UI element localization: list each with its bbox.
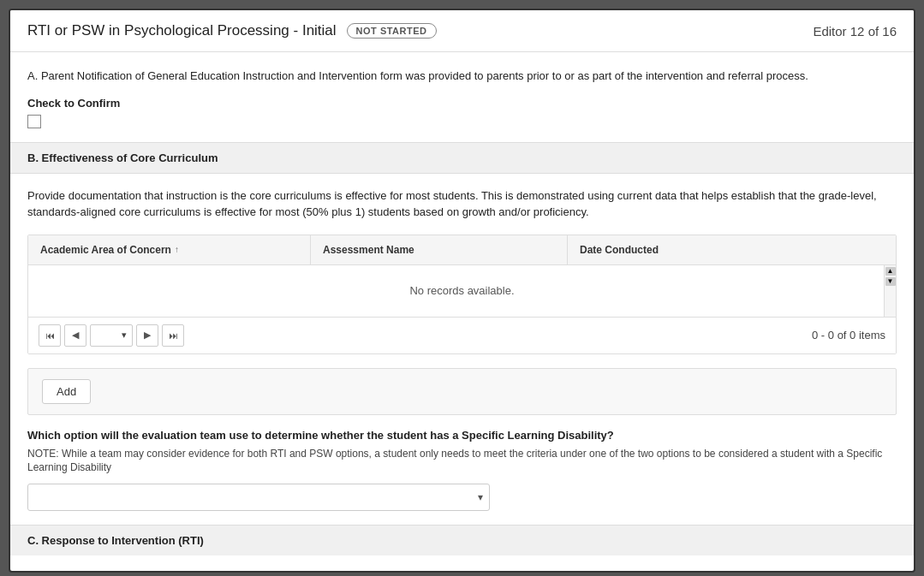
col-academic-area-label: Academic Area of Concern <box>40 244 171 256</box>
question-section: Which option will the evaluation team us… <box>27 429 897 512</box>
section-b-header: B. Effectiveness of Core Curriculum <box>10 142 914 174</box>
table-footer: ⏮ ◀ ▾ ▶ ⏭ 0 - 0 of 0 items <box>28 317 896 353</box>
section-b-content: Provide documentation that instruction i… <box>27 174 897 556</box>
table-header: Academic Area of Concern ↑ Assessment Na… <box>28 235 896 265</box>
section-b-description: Provide documentation that instruction i… <box>27 187 897 221</box>
question-text: Which option will the evaluation team us… <box>27 429 897 442</box>
header-left: RTI or PSW in Psychological Processing -… <box>27 22 437 39</box>
last-page-btn[interactable]: ⏭ <box>162 324 184 347</box>
check-confirm-row <box>27 115 897 128</box>
table-body: No records available. ▲ ▼ <box>28 265 896 317</box>
col-date-conducted-label: Date Conducted <box>580 244 659 256</box>
status-badge: NOT STARTED <box>347 23 437 39</box>
page-title: RTI or PSW in Psychological Processing -… <box>27 22 337 39</box>
table-scrollbar[interactable]: ▲ ▼ <box>884 265 896 317</box>
no-records-message: No records available. <box>28 265 896 317</box>
next-page-btn[interactable]: ▶ <box>136 324 158 347</box>
scroll-down-btn[interactable]: ▼ <box>885 277 896 286</box>
page-select-btn[interactable]: ▾ <box>90 324 133 347</box>
sort-icon[interactable]: ↑ <box>175 245 179 254</box>
add-button[interactable]: Add <box>42 379 91 404</box>
confirm-checkbox[interactable] <box>27 115 41 128</box>
col-assessment-name-label: Assessment Name <box>323 244 414 256</box>
scroll-up-btn[interactable]: ▲ <box>885 267 896 276</box>
section-a-text: A. Parent Notification of General Educat… <box>27 68 897 85</box>
main-content: A. Parent Notification of General Educat… <box>10 52 914 571</box>
editor-info: Editor 12 of 16 <box>813 24 897 39</box>
option-select[interactable] <box>27 484 490 511</box>
check-to-confirm-label: Check to Confirm <box>27 97 897 110</box>
add-section: Add <box>27 368 897 415</box>
prev-page-btn[interactable]: ◀ <box>64 324 86 347</box>
col-assessment-name: Assessment Name <box>311 235 568 264</box>
question-note: NOTE: While a team may consider evidence… <box>27 447 897 476</box>
effectiveness-table: Academic Area of Concern ↑ Assessment Na… <box>27 235 897 354</box>
first-page-btn[interactable]: ⏮ <box>39 324 61 347</box>
section-c-header: C. Response to Intervention (RTI) <box>10 525 914 555</box>
col-academic-area: Academic Area of Concern ↑ <box>28 235 311 264</box>
option-select-wrapper: ▾ <box>27 484 490 511</box>
items-count: 0 - 0 of 0 items <box>812 329 885 341</box>
col-date-conducted: Date Conducted <box>568 235 896 264</box>
page-dropdown-icon: ▾ <box>122 330 127 341</box>
page-header: RTI or PSW in Psychological Processing -… <box>10 10 914 52</box>
page-container: RTI or PSW in Psychological Processing -… <box>9 9 915 573</box>
pagination-controls: ⏮ ◀ ▾ ▶ ⏭ <box>39 324 184 347</box>
